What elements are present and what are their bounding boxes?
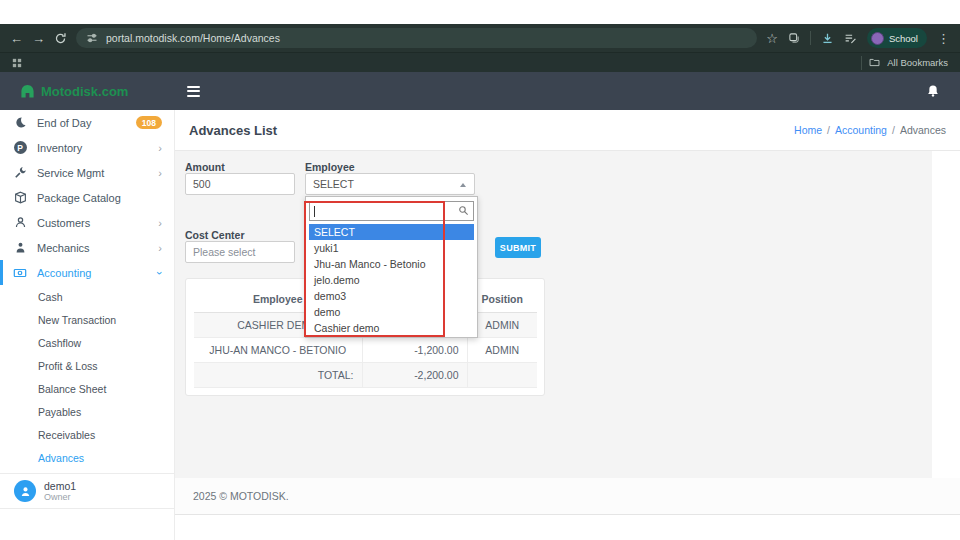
cell-position — [467, 362, 537, 387]
sidebar-item-receivables[interactable]: Receivables — [0, 423, 174, 446]
bookmark-star-icon[interactable]: ☆ — [766, 32, 778, 45]
breadcrumb-current: Advances — [900, 124, 946, 136]
all-bookmarks-label[interactable]: All Bookmarks — [887, 57, 948, 68]
cell-employee: JHU-AN MANCO - BETONIO — [194, 337, 362, 362]
employee-select[interactable]: SELECT — [305, 173, 475, 195]
accounting-submenu: Cash New Transaction Cashflow Profit & L… — [0, 285, 174, 469]
sidebar-toggle-icon[interactable] — [187, 86, 200, 97]
cost-center-label: Cost Center — [185, 229, 245, 241]
sidebar-item-cashflow[interactable]: Cashflow — [0, 331, 174, 354]
page-body: Amount 500 Employee SELECT SELECT yuki1 — [175, 151, 960, 478]
cell-total-label: TOTAL: — [194, 362, 362, 387]
select-arrow-up-icon — [460, 183, 466, 187]
person-icon — [12, 216, 28, 229]
page-title: Advances List — [189, 123, 277, 138]
toolbar-divider — [810, 31, 811, 45]
sidebar-item-label: Inventory — [37, 142, 158, 154]
sidebar-item-customers[interactable]: Customers › — [0, 210, 174, 235]
folder-icon — [869, 57, 880, 68]
sidebar-item-accounting[interactable]: Accounting › — [0, 260, 174, 285]
chevron-right-icon: › — [158, 167, 162, 179]
cost-center-select[interactable]: Please select — [185, 241, 295, 263]
bookmarks-divider — [861, 56, 862, 70]
apps-grid-icon[interactable] — [12, 58, 22, 68]
chevron-right-icon: › — [158, 217, 162, 229]
user-panel[interactable]: demo1 Owner — [0, 473, 174, 509]
profile-name: School — [889, 33, 918, 44]
dropdown-option[interactable]: demo — [309, 304, 474, 320]
text-cursor — [314, 206, 315, 217]
sidebar-item-balance-sheet[interactable]: Balance Sheet — [0, 377, 174, 400]
sidebar-item-label: Service Mgmt — [37, 167, 158, 179]
sidebar-item-label: Package Catalog — [37, 192, 162, 204]
toolbar-right-group: ☆ School ⋮ — [766, 28, 950, 48]
chevron-right-icon: › — [158, 242, 162, 254]
main-content: Advances List Home / Accounting / Advanc… — [175, 110, 960, 540]
end-of-day-badge: 108 — [136, 116, 162, 129]
sidebar-item-cash[interactable]: Cash — [0, 285, 174, 308]
page-footer: 2025 © MOTODISK. — [175, 478, 960, 515]
employee-select-value: SELECT — [313, 178, 354, 190]
reading-list-icon[interactable] — [844, 32, 857, 45]
tab-groups-icon[interactable] — [788, 32, 800, 44]
download-icon[interactable] — [821, 32, 834, 45]
notifications-bell-icon[interactable] — [926, 84, 940, 98]
reload-icon[interactable] — [54, 32, 67, 45]
site-settings-icon[interactable] — [86, 32, 98, 44]
submit-button[interactable]: SUBMIT — [495, 237, 541, 258]
sidebar-item-mechanics[interactable]: Mechanics › — [0, 235, 174, 260]
app-header: Motodisk.com — [0, 72, 960, 110]
sidebar-item-payables[interactable]: Payables — [0, 400, 174, 423]
mechanic-icon — [12, 241, 28, 254]
money-icon — [12, 266, 28, 280]
dropdown-option-select[interactable]: SELECT — [309, 224, 474, 240]
sidebar-item-service-mgmt[interactable]: Service Mgmt › — [0, 160, 174, 185]
window-top-strip — [0, 0, 960, 24]
browser-toolbar: ← → portal.motodisk.com/Home/Advances ☆ — [0, 24, 960, 52]
url-text[interactable]: portal.motodisk.com/Home/Advances — [106, 32, 280, 44]
sidebar-item-label: Customers — [37, 217, 158, 229]
employee-label: Employee — [305, 161, 355, 173]
dropdown-option[interactable]: demo3 — [309, 288, 474, 304]
back-icon[interactable]: ← — [10, 32, 23, 45]
brand-logo[interactable]: Motodisk.com — [0, 84, 175, 99]
sidebar-item-label: Mechanics — [37, 242, 158, 254]
cell-position: ADMIN — [467, 337, 537, 362]
breadcrumb-home[interactable]: Home — [794, 124, 822, 136]
content-header: Advances List Home / Accounting / Advanc… — [175, 110, 960, 151]
dropdown-option[interactable]: Cashier demo — [309, 320, 474, 336]
dropdown-option[interactable]: yuki1 — [309, 240, 474, 256]
user-avatar — [14, 480, 36, 502]
sidebar-item-label: End of Day — [37, 117, 136, 129]
breadcrumb-accounting[interactable]: Accounting — [835, 124, 887, 136]
bookmarks-bar: All Bookmarks — [0, 52, 960, 72]
browser-menu-icon[interactable]: ⋮ — [937, 32, 950, 45]
sidebar-item-advances[interactable]: Advances — [0, 446, 174, 469]
sidebar-item-package-catalog[interactable]: Package Catalog — [0, 185, 174, 210]
dropdown-option[interactable]: Jhu-an Manco - Betonio — [309, 256, 474, 272]
browser-profile-chip[interactable]: School — [867, 28, 927, 48]
package-icon — [12, 191, 28, 204]
screen: ← → portal.motodisk.com/Home/Advances ☆ — [0, 0, 960, 540]
sidebar: End of Day 108 P Inventory › Service Mgm… — [0, 110, 175, 540]
address-bar[interactable]: portal.motodisk.com/Home/Advances — [76, 28, 757, 48]
sidebar-item-new-transaction[interactable]: New Transaction — [0, 308, 174, 331]
dropdown-option[interactable]: jelo.demo — [309, 272, 474, 288]
forward-icon[interactable]: → — [32, 32, 45, 45]
amount-input[interactable]: 500 — [185, 173, 295, 195]
sidebar-item-end-of-day[interactable]: End of Day 108 — [0, 110, 174, 135]
breadcrumb: Home / Accounting / Advances — [794, 124, 946, 136]
table-total-row: TOTAL: -2,200.00 — [194, 362, 537, 387]
sidebar-item-profit-loss[interactable]: Profit & Loss — [0, 354, 174, 377]
search-icon — [458, 205, 469, 216]
sidebar-item-inventory[interactable]: P Inventory › — [0, 135, 174, 160]
wrench-icon — [12, 166, 28, 179]
brand-helmet-icon — [20, 84, 35, 99]
copyright-text: 2025 © MOTODISK. — [193, 490, 289, 502]
cell-amount: -1,200.00 — [362, 337, 467, 362]
moon-icon — [12, 116, 28, 129]
dropdown-search-input[interactable] — [309, 201, 474, 221]
user-name: demo1 — [44, 480, 76, 492]
cell-total-amount: -2,200.00 — [362, 362, 467, 387]
user-role: Owner — [44, 492, 76, 502]
